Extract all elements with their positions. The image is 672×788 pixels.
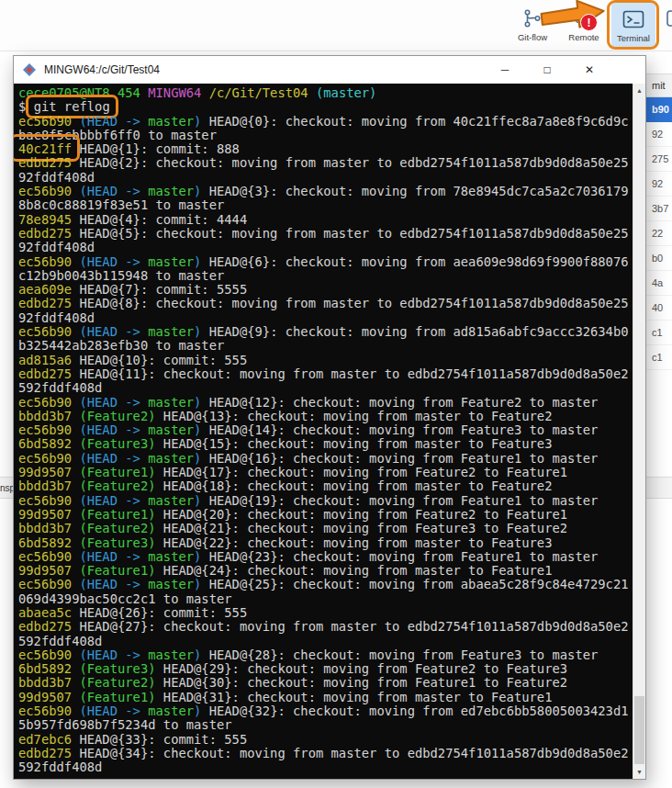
terminal-line: 92fddf408d — [18, 171, 633, 185]
terminal-text: HEAD@{4}: commit: 4444 — [79, 212, 247, 227]
terminal-line: ec56b90 (HEAD -> master) HEAD@{25}: chec… — [18, 578, 633, 591]
scrollbar-thumb[interactable] — [634, 696, 644, 764]
terminal-text: (HEAD -> — [79, 184, 148, 198]
terminal-text: HEAD@{6}: checkout: moving from aea609e9… — [209, 254, 629, 269]
terminal-text: HEAD@{22}: checkout: moving from master … — [163, 535, 553, 550]
terminal-text: edbd275 — [18, 746, 79, 760]
commit-row-fragment[interactable]: 92 — [646, 172, 672, 197]
terminal-line: 6bd5892 (Feature3) HEAD@{22}: checkout: … — [18, 536, 633, 550]
terminal-text: master — [148, 493, 194, 508]
terminal-text: HEAD@{5}: checkout: moving from master t… — [79, 226, 628, 241]
terminal-text: edbd275 — [18, 619, 79, 634]
terminal-text: 92fddf408d — [18, 310, 95, 325]
maximize-button[interactable]: □ — [526, 56, 568, 84]
minimize-button[interactable]: ─ — [484, 56, 526, 84]
terminal-text: HEAD@{11}: checkout: moving from master … — [79, 366, 628, 381]
terminal-text: ) — [194, 647, 209, 662]
terminal-text: master — [148, 704, 194, 718]
terminal-line: 8b8c0c88819f83e51 to master — [18, 198, 633, 212]
terminal-text: ) — [194, 451, 209, 466]
terminal-line: $ git reflog — [18, 100, 633, 114]
terminal-text: HEAD@{3}: checkout: moving from 78e8945d… — [209, 184, 629, 198]
terminal-text: HEAD@{31}: checkout: moving from master … — [163, 690, 553, 704]
terminal-text: ) — [194, 324, 209, 339]
terminal-text: (HEAD -> — [79, 549, 148, 564]
terminal-text: ) — [194, 254, 209, 269]
terminal-text: ec56b90 — [18, 493, 79, 508]
terminal-text: HEAD@{23}: checkout: moving from Feature… — [209, 549, 599, 564]
terminal-line: 99d9507 (Feature1) HEAD@{20}: checkout: … — [18, 508, 633, 522]
terminal-line: ec56b90 (HEAD -> master) HEAD@{28}: chec… — [18, 648, 633, 662]
terminal-text: ec56b90 — [18, 114, 79, 129]
terminal-output[interactable]: cece0705@NT8 454 MINGW64 /c/Git/Test04 (… — [14, 84, 633, 779]
terminal-text: HEAD@{13}: checkout: moving from master … — [163, 409, 553, 423]
scrollbar-up-icon[interactable]: ▲ — [633, 84, 645, 97]
terminal-text: (HEAD -> — [79, 647, 148, 662]
terminal-text: aea609e — [18, 282, 79, 297]
terminal-line: 78e8945 HEAD@{4}: commit: 4444 — [18, 213, 633, 227]
terminal-text: HEAD@{30}: checkout: moving from Feature… — [163, 675, 567, 690]
commit-row-fragment[interactable]: 3b7 — [646, 197, 672, 221]
terminal-text: bbdd3b7 — [18, 478, 79, 493]
window-titlebar[interactable]: MINGW64:/c/Git/Test04 ─ □ ✕ — [14, 56, 645, 84]
terminal-line: edbd275 HEAD@{2}: checkout: moving from … — [18, 156, 633, 170]
terminal-text: HEAD@{21}: checkout: moving from Feature… — [163, 521, 567, 535]
terminal-line: ec56b90 (HEAD -> master) HEAD@{3}: check… — [18, 185, 633, 198]
toolbar-button-terminal[interactable]: Terminal — [611, 3, 655, 48]
explorer-icon — [666, 6, 672, 30]
terminal-text: ec56b90 — [18, 422, 79, 437]
commit-column-header[interactable]: mit — [646, 73, 672, 97]
terminal-line: ec56b90 (HEAD -> master) HEAD@{12}: chec… — [18, 396, 633, 410]
terminal-text: (master) — [316, 85, 376, 100]
commit-row-fragment[interactable]: c1 — [646, 321, 672, 345]
scrollbar-down-icon[interactable]: ▼ — [633, 765, 645, 779]
terminal-text: master — [148, 184, 194, 198]
terminal-text: 8b8c0c88819f83e51 to master — [18, 197, 224, 212]
terminal-line: 592fddf408d — [18, 760, 633, 774]
terminal-text: HEAD@{9}: checkout: moving from ad815a6a… — [209, 324, 629, 339]
screen: Git-flow Remote ! Terminal — [0, 0, 672, 788]
terminal-line: ec56b90 (HEAD -> master) HEAD@{9}: check… — [18, 325, 633, 339]
terminal-icon — [622, 7, 644, 31]
terminal-text: HEAD@{8}: checkout: moving from master t… — [79, 296, 628, 310]
commit-row-fragment[interactable]: c1 — [646, 345, 672, 370]
terminal-line: bbdd3b7 (Feature2) HEAD@{18}: checkout: … — [18, 479, 633, 493]
scrollbar[interactable]: ▲ ▼ — [633, 84, 645, 779]
terminal-text: c12b9b0043b115948 to master — [18, 268, 224, 283]
terminal-line: 99d9507 (Feature1) HEAD@{31}: checkout: … — [18, 691, 633, 704]
commit-row-fragment[interactable]: 4a — [646, 271, 672, 296]
terminal-text: edbd275 — [18, 226, 79, 241]
window-controls: ─ □ ✕ — [484, 56, 610, 84]
terminal-text: (Feature3) — [79, 535, 162, 550]
terminal-text: (HEAD -> — [79, 254, 148, 269]
terminal-text: HEAD@{17}: checkout: moving from Feature… — [163, 465, 567, 479]
terminal-text: 592fddf408d — [18, 634, 102, 648]
commit-row-fragment[interactable]: 22 — [646, 221, 672, 246]
toolbar-label-remote: Remote — [568, 32, 599, 42]
commit-row-fragment[interactable]: 275 — [646, 147, 672, 172]
terminal-line: ec56b90 (HEAD -> master) HEAD@{6}: check… — [18, 255, 633, 269]
terminal-text: (Feature2) — [79, 409, 162, 423]
terminal-text: HEAD@{18}: checkout: moving from master … — [163, 478, 553, 493]
terminal-text: 78e8945 — [18, 212, 79, 227]
commit-row-fragment[interactable]: 40 — [646, 296, 672, 321]
terminal-text: (Feature1) — [79, 563, 162, 578]
close-button[interactable]: ✕ — [568, 56, 610, 84]
terminal-text: HEAD@{25}: checkout: moving from abaea5c… — [209, 577, 629, 591]
toolbar-button-explorer[interactable]: E — [661, 2, 672, 48]
terminal-text: HEAD@{33}: commit: 555 — [79, 732, 247, 747]
commit-row-fragment[interactable]: 92 — [646, 122, 672, 147]
toolbar-label-terminal: Terminal — [617, 33, 650, 43]
terminal-text: (Feature1) — [79, 465, 162, 479]
terminal-text: (Feature1) — [79, 507, 162, 522]
terminal-text: (Feature3) — [79, 436, 162, 451]
commit-row-fragment[interactable]: b90 — [646, 97, 672, 122]
terminal-line: ec56b90 (HEAD -> master) HEAD@{16}: chec… — [18, 452, 633, 466]
terminal-text: (HEAD -> — [79, 493, 148, 508]
commit-row-fragment[interactable]: b0 — [646, 246, 672, 271]
terminal-line: ec56b90 (HEAD -> master) HEAD@{19}: chec… — [18, 494, 633, 508]
terminal-text: ) — [194, 422, 209, 437]
terminal-text: ec56b90 — [18, 704, 79, 718]
terminal-text: (Feature2) — [79, 478, 162, 493]
terminal-text: (HEAD -> — [79, 451, 148, 466]
